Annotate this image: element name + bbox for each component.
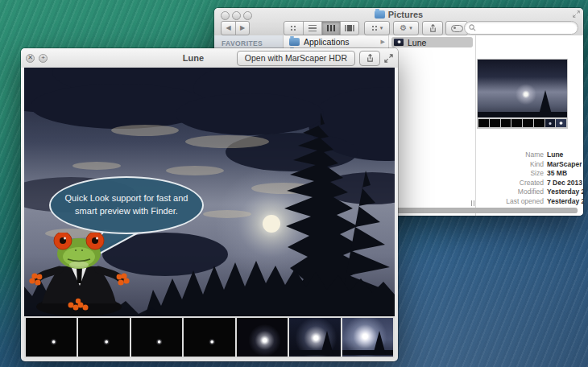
arrange-button[interactable]: ▾ — [364, 21, 390, 35]
forward-icon: ▶ — [240, 25, 245, 31]
folder-icon — [375, 10, 385, 19]
frog-mascot — [29, 233, 130, 316]
exposure-frame-3 — [131, 318, 182, 357]
tags-icon — [451, 25, 463, 32]
preview-thumbnail — [477, 59, 568, 129]
arrange-icon — [371, 25, 378, 31]
gear-icon: ⚙ — [400, 24, 407, 32]
fullscreen-icon[interactable] — [573, 10, 580, 18]
search-input[interactable] — [464, 21, 578, 35]
finder-preview-column: NameLune KindMarScaper HDR Pr... Size35 … — [476, 35, 583, 216]
preview-thumbnail-filmstrip — [478, 118, 567, 128]
zoom-icon[interactable]: + — [39, 54, 48, 63]
column-view-button[interactable] — [322, 22, 342, 35]
action-button[interactable]: ⚙▾ — [393, 21, 419, 35]
column-resize-handle[interactable] — [470, 200, 476, 206]
image-file-icon — [394, 39, 404, 46]
coverflow-view-button[interactable] — [341, 22, 358, 35]
meta-row-created: Created7 Dec 2013 00:25 — [476, 179, 580, 188]
preview-thumbnail-image — [478, 60, 567, 118]
quicklook-image: Quick Look support for fast and smart pr… — [24, 68, 395, 358]
quicklook-titlebar: ✕ + Lune Open with MarScaper HDR — [21, 48, 398, 68]
exposure-frame-1 — [26, 318, 77, 357]
share-icon — [429, 24, 437, 33]
preview-metadata: NameLune KindMarScaper HDR Pr... Size35 … — [476, 151, 580, 206]
icon-view-button[interactable] — [284, 22, 304, 35]
back-forward-control: ◀ ▶ — [221, 21, 250, 35]
finder-titlebar: Pictures ◀ ▶ ▾ ⚙▾ — [214, 8, 583, 36]
exposure-frame-4 — [184, 318, 234, 357]
icon-view-icon — [290, 25, 296, 31]
search-icon — [469, 24, 476, 31]
share-button[interactable] — [422, 21, 443, 35]
list-view-button[interactable] — [304, 22, 322, 35]
speech-bubble: Quick Look support for fast and smart pr… — [49, 176, 204, 234]
forward-button[interactable]: ▶ — [236, 22, 249, 35]
night-sky-scene: Quick Look support for fast and smart pr… — [24, 68, 395, 316]
exposure-frame-5 — [237, 318, 288, 357]
coverflow-view-icon — [345, 25, 354, 31]
list-view-icon — [308, 25, 317, 31]
meta-row-last-opened: Last openedYesterday 20:38 — [476, 197, 580, 207]
sidebar-section-label: FAVORITES — [214, 38, 283, 49]
meta-row-name: NameLune — [476, 151, 580, 160]
exposure-frame-7 — [342, 318, 393, 357]
expand-fullscreen-icon[interactable] — [384, 54, 393, 63]
quicklook-title: Lune — [118, 53, 269, 63]
finder-toolbar: ◀ ▶ ▾ ⚙▾ — [214, 20, 583, 35]
disclosure-triangle-icon: ▶ — [381, 39, 385, 45]
back-icon: ◀ — [226, 25, 230, 31]
meta-row-size: Size35 MB — [476, 169, 580, 179]
folder-icon — [289, 38, 300, 46]
back-button[interactable]: ◀ — [222, 22, 236, 35]
quicklook-share-button[interactable] — [359, 51, 380, 66]
chevron-down-icon: ▾ — [380, 25, 383, 31]
meta-row-modified: ModifiedYesterday 20:38 — [476, 188, 580, 197]
list-item-applications[interactable]: Applications ▶ — [284, 36, 388, 47]
meta-row-kind: KindMarScaper HDR Pr... — [476, 160, 580, 170]
list-item-lune-selected[interactable]: Lune — [391, 37, 473, 47]
moon — [263, 215, 280, 233]
share-icon — [366, 54, 375, 63]
close-icon[interactable]: ✕ — [26, 54, 35, 63]
exposure-frame-2 — [78, 318, 129, 357]
view-mode-control — [284, 21, 359, 35]
finder-window-title: Pictures — [214, 10, 583, 19]
exposure-filmstrip — [24, 316, 395, 358]
finder-column-2: Lune — [389, 35, 476, 216]
quicklook-window: ✕ + Lune Open with MarScaper HDR — [21, 48, 398, 361]
chevron-down-icon: ▾ — [409, 25, 412, 31]
exposure-frame-6 — [289, 318, 340, 357]
column-view-icon — [327, 25, 335, 31]
